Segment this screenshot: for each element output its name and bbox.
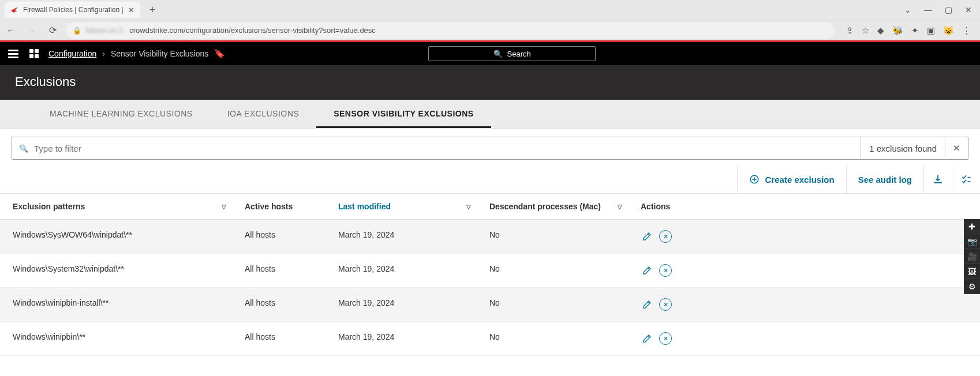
capture-settings-icon[interactable]: ⚙ (964, 279, 980, 294)
share-icon[interactable]: ⇪ (846, 25, 854, 36)
col-header-hosts[interactable]: Active hosts (235, 194, 329, 219)
url-text: crowdstrike.com/configuration/exclusions… (129, 26, 376, 35)
table-row[interactable]: Windows\winipbin-install\**All hostsMarc… (0, 288, 980, 322)
delete-icon[interactable]: ✕ (659, 230, 672, 243)
plus-circle-icon (749, 174, 760, 185)
nav-forward-icon[interactable]: → (24, 25, 39, 36)
cell-modified: March 19, 2024 (329, 220, 480, 253)
lock-icon: 🔒 (73, 27, 81, 35)
see-audit-log-button[interactable]: See audit log (846, 166, 923, 193)
global-search[interactable]: 🔍 Search (428, 46, 596, 61)
crowdstrike-favicon (10, 6, 18, 14)
nav-back-icon[interactable]: ← (3, 25, 18, 36)
extensions-puzzle-icon[interactable]: ✦ (911, 25, 919, 36)
capture-screenshot-icon[interactable]: 📷 (964, 234, 980, 249)
cell-modified: March 19, 2024 (329, 322, 480, 355)
col-header-pattern-label: Exclusion patterns (13, 202, 85, 211)
ext-icon-2[interactable]: 🐝 (892, 25, 903, 36)
delete-icon[interactable]: ✕ (659, 298, 672, 311)
search-icon: 🔍 (493, 50, 503, 58)
app-switcher-icon[interactable] (29, 48, 39, 59)
edit-icon[interactable] (641, 298, 653, 311)
filter-count: 1 exclusion found (861, 137, 945, 159)
breadcrumb: Configuration › Sensor Visibility Exclus… (48, 48, 225, 59)
screen-capture-toolbar: ✚ 📷 🎥 🖼 ⚙ (964, 219, 980, 294)
bookmark-icon[interactable]: 🔖 (214, 48, 225, 59)
table-row[interactable]: Windows\SysWOW64\winipdat\**All hostsMar… (0, 220, 980, 254)
cell-pattern: Windows\SysWOW64\winipdat\** (0, 220, 235, 253)
cell-descendant: No (480, 322, 631, 355)
create-exclusion-label: Create exclusion (765, 175, 835, 185)
window-controls: ⌄ ― ▢ ✕ (904, 5, 980, 14)
cell-actions: ✕ (631, 220, 980, 253)
create-exclusion-button[interactable]: Create exclusion (737, 166, 846, 193)
tab-ml-exclusions[interactable]: MACHINE LEARNING EXCLUSIONS (32, 100, 210, 128)
ext-icon-1[interactable]: ◆ (877, 25, 884, 36)
cell-hosts: All hosts (235, 288, 329, 321)
cell-pattern: Windows\System32\winipdat\** (0, 254, 235, 287)
new-tab-button[interactable]: + (144, 4, 162, 16)
col-header-modified-label: Last modified (338, 202, 391, 211)
table-header: Exclusion patterns ▽ Active hosts Last m… (0, 194, 980, 220)
edit-icon[interactable] (641, 230, 653, 243)
tab-strip: Firewall Policies | Configuration | ✕ + … (0, 0, 980, 20)
browser-tab[interactable]: Firewall Policies | Configuration | ✕ (5, 2, 140, 18)
cell-descendant: No (480, 254, 631, 287)
download-button[interactable] (923, 166, 952, 193)
cell-modified: March 19, 2024 (329, 288, 480, 321)
capture-video-icon[interactable]: 🎥 (964, 249, 980, 264)
hamburger-menu-icon[interactable] (8, 48, 20, 59)
nav-reload-icon[interactable]: ⟳ (45, 25, 60, 36)
browser-chrome: Firewall Policies | Configuration | ✕ + … (0, 0, 980, 40)
columns-button[interactable] (952, 166, 980, 193)
page-title: Exclusions (15, 74, 76, 89)
edit-icon[interactable] (641, 264, 653, 277)
capture-region-icon[interactable]: ✚ (964, 219, 980, 234)
chevron-down-icon[interactable]: ⌄ (904, 5, 911, 14)
col-header-modified[interactable]: Last modified ▽ (329, 194, 480, 219)
col-header-actions: Actions (631, 194, 980, 219)
table-row[interactable]: Windows\winipbin\**All hostsMarch 19, 20… (0, 322, 980, 356)
cell-pattern: Windows\winipbin\** (0, 322, 235, 355)
col-header-actions-label: Actions (641, 202, 670, 211)
download-icon (932, 174, 944, 185)
cell-actions: ✕ (631, 322, 980, 355)
delete-icon[interactable]: ✕ (659, 264, 672, 277)
tab-sensor-visibility-exclusions[interactable]: SENSOR VISIBILITY EXCLUSIONS (316, 100, 491, 128)
sort-caret-icon: ▽ (618, 204, 622, 210)
col-header-descendant-label: Descendant processes (Mac) (489, 202, 601, 211)
table-row[interactable]: Windows\System32\winipdat\**All hostsMar… (0, 254, 980, 288)
breadcrumb-root[interactable]: Configuration (48, 49, 96, 58)
profile-avatar[interactable]: 😺 (943, 25, 954, 36)
tab-title: Firewall Policies | Configuration | (23, 6, 124, 14)
star-icon[interactable]: ☆ (862, 25, 869, 36)
window-close-icon[interactable]: ✕ (965, 5, 972, 14)
extension-icons: ⇪ ☆ ◆ 🐝 ✦ ▣ 😺 ⋮ (840, 25, 977, 36)
delete-icon[interactable]: ✕ (659, 332, 672, 345)
col-header-descendant[interactable]: Descendant processes (Mac) ▽ (480, 194, 631, 219)
url-box[interactable]: 🔒 falcon.us-2. crowdstrike.com/configura… (66, 22, 835, 39)
edit-icon[interactable] (641, 332, 653, 345)
side-panel-icon[interactable]: ▣ (927, 25, 935, 36)
filter-row: 🔍 1 exclusion found ✕ (0, 129, 980, 166)
page-title-bar: Exclusions (0, 65, 980, 100)
app-header: Configuration › Sensor Visibility Exclus… (0, 42, 980, 65)
filter-input[interactable] (34, 144, 854, 153)
cell-descendant: No (480, 220, 631, 253)
filter-clear-icon[interactable]: ✕ (945, 137, 968, 159)
kebab-menu-icon[interactable]: ⋮ (962, 25, 971, 36)
url-host-blurred: falcon.us-2. (86, 26, 125, 35)
capture-gallery-icon[interactable]: 🖼 (964, 264, 980, 279)
address-bar: ← → ⟳ 🔒 falcon.us-2. crowdstrike.com/con… (0, 20, 980, 40)
col-header-pattern[interactable]: Exclusion patterns ▽ (0, 194, 235, 219)
tab-close-icon[interactable]: ✕ (128, 6, 134, 14)
window-maximize-icon[interactable]: ▢ (945, 5, 952, 14)
cell-actions: ✕ (631, 254, 980, 287)
tab-ioa-exclusions[interactable]: IOA EXCLUSIONS (210, 100, 316, 128)
cell-actions: ✕ (631, 288, 980, 321)
table-body: Windows\SysWOW64\winipdat\**All hostsMar… (0, 220, 980, 356)
window-minimize-icon[interactable]: ― (924, 5, 932, 14)
filter-search-icon: 🔍 (19, 144, 28, 153)
cell-descendant: No (480, 288, 631, 321)
cell-hosts: All hosts (235, 322, 329, 355)
